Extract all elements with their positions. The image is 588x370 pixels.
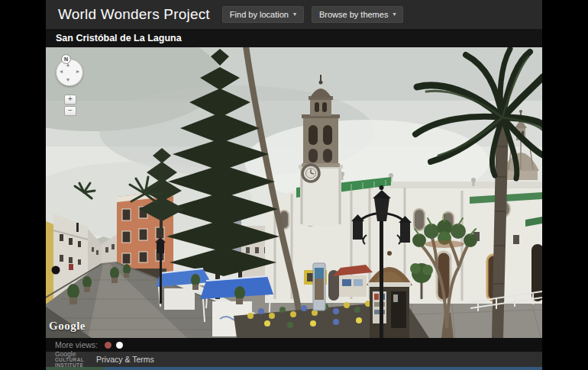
find-by-location-label: Find by location (230, 10, 289, 19)
chevron-down-icon: ▾ (293, 11, 296, 18)
pan-right-arrow-icon[interactable]: ▸ (76, 69, 79, 75)
chevron-down-icon: ▾ (393, 11, 396, 18)
browse-by-themes-label: Browse by themes (319, 10, 388, 19)
find-by-location-button[interactable]: Find by location ▾ (222, 6, 304, 23)
round-sign (52, 266, 60, 275)
header-bar: World Wonders Project Find by location ▾… (46, 0, 542, 29)
view-dot-white[interactable] (116, 342, 123, 349)
more-views-label: More views: (55, 340, 98, 349)
bottom-strip-green (46, 367, 105, 370)
zoom-in-button[interactable]: + (64, 95, 76, 105)
footer-bar: Google CULTURAL INSTITUTE Privacy & Term… (46, 352, 542, 367)
panorama-scene (46, 47, 542, 338)
google-watermark: Google (49, 320, 86, 333)
pan-up-arrow-icon[interactable]: ▴ (66, 62, 69, 68)
pan-left-arrow-icon[interactable]: ◂ (60, 69, 63, 75)
view-dot-red[interactable] (105, 342, 111, 349)
tower-clock (302, 165, 319, 182)
app-title[interactable]: World Wonders Project (58, 6, 210, 23)
location-title: San Cristóbal de La Laguna (46, 29, 542, 47)
bottom-strip (46, 367, 542, 370)
logo-google-text: Google (55, 351, 84, 358)
bottom-strip-blue (105, 367, 542, 370)
more-views-bar: More views: (46, 338, 542, 352)
content-column: World Wonders Project Find by location ▾… (46, 0, 542, 370)
pan-down-arrow-icon[interactable]: ▾ (66, 77, 69, 83)
privacy-terms-link[interactable]: Privacy & Terms (96, 355, 154, 364)
page: World Wonders Project Find by location ▾… (0, 0, 588, 370)
cultural-institute-logo[interactable]: Google CULTURAL INSTITUTE (55, 351, 84, 368)
browse-by-themes-button[interactable]: Browse by themes ▾ (312, 6, 404, 23)
pan-control[interactable]: N ▴ ▾ ◂ ▸ (56, 59, 83, 86)
wall-lamp (76, 223, 79, 232)
zoom-control: + − (64, 95, 76, 117)
street-view-panorama[interactable]: N ▴ ▾ ◂ ▸ + − Google (46, 47, 542, 338)
zoom-out-button[interactable]: − (64, 106, 76, 116)
market-table (164, 288, 195, 310)
ad-column (313, 263, 325, 310)
